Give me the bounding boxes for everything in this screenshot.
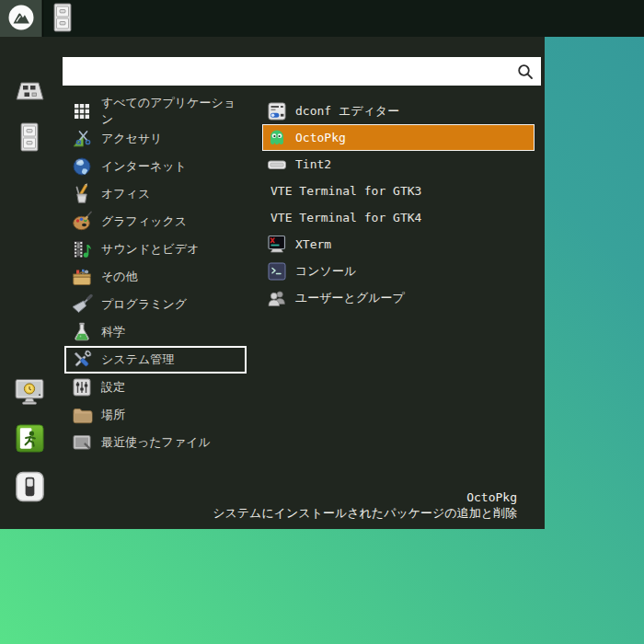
rail-file-manager-button[interactable] xyxy=(12,121,47,155)
taskbar xyxy=(0,0,644,37)
category-label: グラフィックス xyxy=(101,213,187,230)
app-label: XTerm xyxy=(295,237,331,251)
toolbox-icon xyxy=(71,266,93,288)
category-accessories[interactable]: アクセサリ xyxy=(64,125,247,153)
logout-icon xyxy=(16,424,44,455)
category-programming[interactable]: プログラミング xyxy=(64,291,247,318)
category-internet[interactable]: インターネット xyxy=(64,153,247,180)
category-sound-video[interactable]: サウンドとビデオ xyxy=(64,236,247,263)
search-icon xyxy=(513,63,537,81)
selected-app-title: OctoPkg xyxy=(213,489,517,505)
app-label: VTE Terminal for GTK3 xyxy=(270,184,421,198)
app-item-users-groups[interactable]: ユーザーとグループ xyxy=(262,284,535,311)
office-icon xyxy=(71,183,93,205)
control-panel-icon xyxy=(14,80,45,107)
app-label: Tint2 xyxy=(295,157,331,171)
category-label: システム管理 xyxy=(101,351,174,368)
folder-icon xyxy=(71,404,93,426)
application-list: dconf エディター OctoPkg Tint2 VTE Terminal f… xyxy=(262,98,535,311)
category-label: その他 xyxy=(101,269,138,285)
app-label: ユーザーとグループ xyxy=(295,290,405,306)
category-list: すべてのアプリケーション アクセサリ インターネット オフィス グラフィックス … xyxy=(64,98,247,456)
selected-app-description: システムにインストールされたパッケージの追加と削除 xyxy=(213,505,517,522)
category-label: すべてのアプリケーション xyxy=(101,95,240,128)
category-label: 科学 xyxy=(101,324,125,340)
desktop-background: すべてのアプリケーション アクセサリ インターネット オフィス グラフィックス … xyxy=(0,0,644,644)
app-menu-popup: すべてのアプリケーション アクセサリ インターネット オフィス グラフィックス … xyxy=(0,37,545,529)
category-recent-files[interactable]: 最近使ったファイル xyxy=(64,429,247,456)
science-flask-icon xyxy=(71,321,93,343)
xterm-icon xyxy=(267,235,287,255)
file-cabinet-icon xyxy=(18,121,40,155)
app-item-dconf-editor[interactable]: dconf エディター xyxy=(262,98,535,124)
graphics-palette-icon xyxy=(71,211,93,233)
users-groups-icon xyxy=(267,288,287,308)
sound-video-icon xyxy=(71,238,93,260)
selected-app-info: OctoPkg システムにインストールされたパッケージの追加と削除 xyxy=(213,489,517,522)
app-label: OctoPkg xyxy=(295,131,346,144)
app-item-octopkg[interactable]: OctoPkg xyxy=(262,124,535,151)
category-all-applications[interactable]: すべてのアプリケーション xyxy=(64,98,247,125)
category-label: 最近使ったファイル xyxy=(101,434,211,451)
accessories-icon xyxy=(71,128,93,150)
search-input[interactable] xyxy=(63,57,513,86)
console-icon xyxy=(267,261,287,282)
all-apps-grid-icon xyxy=(71,100,93,122)
power-icon xyxy=(15,470,45,506)
rail-power-button[interactable] xyxy=(12,470,47,505)
rail-control-panel-button[interactable] xyxy=(12,75,47,110)
category-science[interactable]: 科学 xyxy=(64,318,247,346)
recent-files-icon xyxy=(71,431,93,454)
file-manager-button[interactable] xyxy=(43,0,82,37)
app-label: コンソール xyxy=(295,263,356,280)
category-label: 設定 xyxy=(101,379,125,396)
app-menu-button[interactable] xyxy=(0,0,41,37)
app-label: dconf エディター xyxy=(295,103,399,120)
programming-icon xyxy=(71,293,93,316)
app-item-xterm[interactable]: XTerm xyxy=(262,231,535,258)
search-box[interactable] xyxy=(63,57,541,86)
distro-logo-icon xyxy=(7,4,35,34)
app-item-console[interactable]: コンソール xyxy=(262,258,535,284)
rail-logout-button[interactable] xyxy=(12,422,47,457)
category-label: オフィス xyxy=(101,186,150,202)
file-cabinet-icon xyxy=(51,3,75,35)
display-clock-icon xyxy=(14,378,45,408)
app-item-vte-terminal-gtk4[interactable]: VTE Terminal for GTK4 xyxy=(262,204,535,231)
app-item-tint2[interactable]: Tint2 xyxy=(262,151,535,178)
rail-display-settings-button[interactable] xyxy=(12,375,47,410)
category-label: 場所 xyxy=(101,407,125,423)
app-label: VTE Terminal for GTK4 xyxy=(270,211,421,224)
category-system-administration[interactable]: システム管理 xyxy=(64,346,247,374)
category-settings[interactable]: 設定 xyxy=(64,374,247,401)
category-places[interactable]: 場所 xyxy=(64,401,247,429)
category-label: アクセサリ xyxy=(101,131,163,147)
category-label: プログラミング xyxy=(101,296,187,313)
dconf-editor-icon xyxy=(267,101,287,121)
category-label: サウンドとビデオ xyxy=(101,241,199,258)
app-item-vte-terminal-gtk3[interactable]: VTE Terminal for GTK3 xyxy=(262,178,535,204)
tint2-icon xyxy=(267,155,287,175)
category-label: インターネット xyxy=(101,158,187,175)
category-office[interactable]: オフィス xyxy=(64,180,247,208)
octopkg-icon xyxy=(267,128,287,148)
globe-icon xyxy=(71,155,93,178)
category-graphics[interactable]: グラフィックス xyxy=(64,208,247,236)
category-other[interactable]: その他 xyxy=(64,263,247,291)
system-tools-icon xyxy=(71,349,93,371)
settings-icon xyxy=(71,376,93,398)
